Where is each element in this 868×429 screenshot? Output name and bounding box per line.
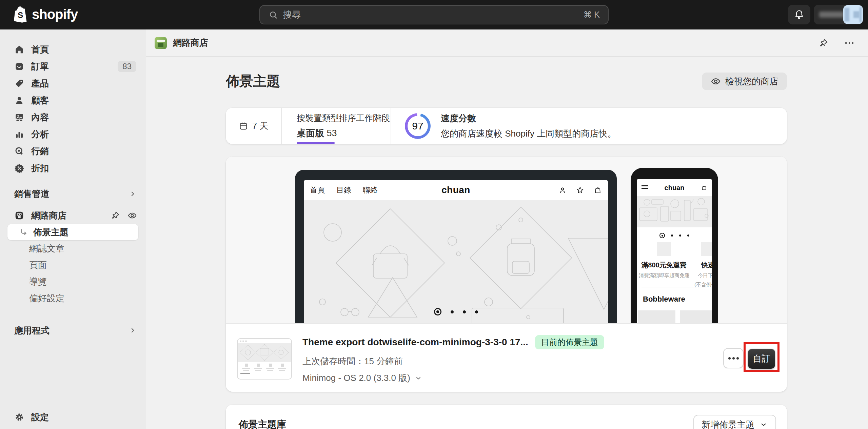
feature-icon-placeholder	[701, 242, 712, 256]
speed-title: 速度分數	[441, 113, 616, 124]
sidebar-item-orders[interactable]: 訂單 83	[0, 58, 146, 75]
theme-name: Theme export dotwiselife-com-minimog-3-3…	[302, 337, 528, 348]
sessions-by-device[interactable]: 按裝置類型排序工作階段 桌面版 53	[282, 108, 391, 144]
page-title: 佈景主題	[226, 72, 280, 90]
sidebar-item-customers[interactable]: 顧客	[0, 92, 146, 109]
pin-icon[interactable]	[818, 38, 829, 48]
sidebar-item-label: 產品	[31, 78, 49, 89]
sidebar-item-analytics[interactable]: 分析	[0, 126, 146, 143]
sessions-value: 53	[327, 128, 337, 138]
person-icon	[14, 95, 24, 105]
device-label: 桌面版	[297, 128, 324, 138]
sidebar-item-blog-posts[interactable]: 網誌文章	[0, 240, 146, 257]
period-selector[interactable]: 7 天	[226, 108, 282, 144]
chevron-right-icon	[128, 326, 137, 335]
search-input[interactable]: 搜尋 ⌘ K	[259, 5, 609, 24]
sidebar-item-label: 訂單	[31, 61, 49, 73]
sidebar: 首頁 訂單 83 產品 顧客 內容 分析 行銷	[0, 29, 146, 429]
sidebar-item-label: 顧客	[31, 95, 49, 106]
content-header: 網路商店	[146, 29, 868, 57]
theme-preview-area: 首頁 目錄 聯絡 chuan	[226, 157, 787, 324]
sidebar-item-label: 內容	[31, 111, 49, 123]
mobile-feature-fast: 快速 今日下單 (不含例假日	[684, 242, 712, 288]
eye-icon	[711, 76, 721, 86]
breadcrumb[interactable]: 網路商店	[173, 37, 208, 49]
chevron-right-icon	[128, 189, 137, 198]
annotation-highlight-box	[744, 342, 780, 372]
sidebar-item-preferences[interactable]: 偏好設定	[0, 290, 146, 307]
active-tab-underline	[297, 142, 335, 144]
sidebar-item-settings[interactable]: 設定	[0, 409, 146, 426]
sidebar-item-pages[interactable]: 頁面	[0, 257, 146, 273]
stats-card: 7 天 按裝置類型排序工作階段 桌面版 53 97 速度分數 您的商店速度較 S…	[226, 108, 787, 144]
svg-text:S: S	[18, 11, 23, 20]
search-icon	[268, 10, 278, 20]
mobile-feature-shipping: 滿800元免運費 消費滿額即享超商免運	[639, 242, 689, 279]
sessions-title: 按裝置類型排序工作階段	[297, 113, 391, 124]
orders-count-badge: 83	[118, 61, 136, 72]
current-theme-card: 首頁 目錄 聯絡 chuan	[226, 157, 787, 392]
more-menu-icon[interactable]	[844, 37, 855, 49]
notifications-button[interactable]	[788, 5, 810, 24]
sidebar-section-sales-channels[interactable]: 銷售管道	[0, 185, 146, 202]
shopify-logo[interactable]: S shopify	[14, 6, 78, 23]
sidebar-item-themes-selected[interactable]: 佈景主題	[7, 224, 138, 240]
discount-icon	[14, 163, 24, 173]
wishlist-star-icon	[576, 186, 584, 194]
sidebar-item-products[interactable]: 產品	[0, 75, 146, 92]
sidebar-item-navigation[interactable]: 導覽	[0, 273, 146, 290]
orders-icon	[14, 61, 24, 72]
phone-mockup: chuan	[631, 168, 718, 324]
sidebar-section-apps[interactable]: 應用程式	[0, 322, 146, 339]
slideshow-dots	[304, 308, 608, 315]
theme-thumbnail	[237, 338, 292, 380]
search-placeholder: 搜尋	[283, 9, 578, 21]
slideshow-dots	[637, 233, 712, 238]
corner-arrow-icon	[19, 227, 28, 237]
pin-icon[interactable]	[111, 211, 120, 220]
cart-bag-icon	[594, 186, 602, 194]
speed-score-value: 97	[408, 116, 428, 136]
library-title: 佈景主題庫	[239, 418, 286, 429]
tablet-mockup: 首頁 目錄 聯絡 chuan	[295, 170, 617, 324]
theme-actions-button[interactable]	[723, 348, 744, 368]
add-theme-button[interactable]: 新增佈景主題	[693, 415, 776, 429]
sidebar-item-marketing[interactable]: 行銷	[0, 143, 146, 160]
online-store-channel-icon	[155, 37, 167, 49]
sidebar-item-content[interactable]: 內容	[0, 109, 146, 126]
search-shortcut: ⌘ K	[583, 10, 600, 20]
theme-last-saved: 上次儲存時間：15 分鐘前	[302, 355, 604, 367]
gear-icon	[14, 412, 24, 422]
sidebar-item-home[interactable]: 首頁	[0, 41, 146, 58]
eye-icon[interactable]	[127, 211, 137, 220]
product-placeholder	[680, 310, 712, 324]
current-theme-info: Theme export dotwiselife-com-minimog-3-3…	[226, 324, 787, 392]
theme-version-toggle[interactable]: Minimog - OS 2.0 (3.3.0 版)	[302, 372, 604, 384]
calendar-icon	[239, 121, 248, 131]
sidebar-item-label: 首頁	[31, 44, 49, 56]
speed-score-ring: 97	[405, 113, 431, 139]
speed-score-section: 97 速度分數 您的商店速度較 Shopify 上同類型的商店快。	[391, 108, 787, 144]
home-icon	[14, 44, 24, 55]
tag-icon	[14, 78, 24, 88]
hero-slideshow-placeholder	[304, 200, 608, 324]
bar-chart-icon	[14, 129, 24, 139]
mobile-collection-title: Bobbleware	[637, 295, 712, 304]
feature-icon-placeholder	[657, 242, 671, 256]
sidebar-item-online-store[interactable]: 網路商店	[0, 207, 146, 224]
chevron-down-icon	[414, 374, 422, 382]
store-account-chip[interactable]	[814, 5, 863, 24]
theme-library-card: 佈景主題庫 新增佈景主題	[226, 405, 787, 429]
view-store-button[interactable]: 檢視您的商店	[702, 73, 787, 90]
target-icon	[14, 146, 24, 156]
chevron-down-icon	[759, 420, 768, 429]
sidebar-item-discounts[interactable]: 折扣	[0, 160, 146, 177]
store-avatar	[843, 5, 863, 24]
topbar: S shopify 搜尋 ⌘ K	[0, 0, 868, 29]
speed-description: 您的商店速度較 Shopify 上同類型的商店快。	[441, 128, 616, 140]
cart-bag-icon	[701, 184, 707, 191]
sidebar-item-label: 折扣	[31, 162, 49, 174]
preview-store-logo: chuan	[637, 184, 712, 192]
product-placeholder	[638, 310, 675, 324]
storefront-icon	[14, 210, 24, 221]
